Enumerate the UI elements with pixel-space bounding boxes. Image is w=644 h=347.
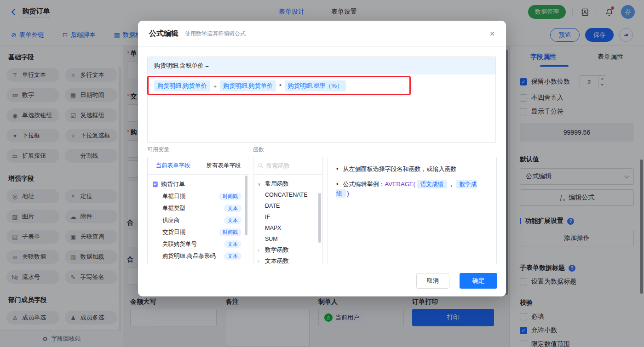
help-function-close: ): [347, 190, 349, 197]
variables-label: 可用变量: [147, 146, 169, 154]
variable-name: 单据类型: [162, 205, 224, 212]
help-example-prefix: 公式编辑举例：: [343, 181, 385, 188]
variable-name: 关联购货单号: [162, 240, 224, 248]
function-item[interactable]: CONCATENATE: [253, 189, 322, 200]
variables-tabs: 当前表单字段所有表单字段: [148, 157, 249, 175]
help-tip-2: •公式编辑举例：AVERAGE(语文成绩，数学成绩): [336, 180, 488, 198]
variables-list: 购货订单 单据日期时间戳单据类型文本供应商文本交货日期时间戳关联购货单号文本购货…: [148, 175, 249, 262]
variable-row[interactable]: 供应商文本: [152, 214, 247, 226]
function-item[interactable]: DATE: [253, 200, 322, 211]
function-group[interactable]: ›文本函数: [253, 256, 322, 264]
function-item[interactable]: IF: [253, 211, 322, 222]
modal-header: 公式编辑 使用数学运算符编辑公式 ×: [138, 21, 506, 47]
variables-tab-0[interactable]: 当前表单字段: [148, 157, 198, 174]
formula-operator: +: [213, 83, 217, 90]
variables-root-row[interactable]: 购货订单: [152, 178, 247, 190]
form-file-icon: [152, 181, 158, 188]
function-search-input[interactable]: [266, 162, 318, 169]
cancel-button[interactable]: 取消: [416, 273, 449, 289]
help-comma: ，: [448, 181, 454, 188]
function-search: [253, 157, 322, 175]
formula-field-token[interactable]: 购货明细.购货单价: [220, 80, 276, 91]
caret-right-icon: ›: [258, 259, 262, 264]
variable-name: 交货日期: [162, 228, 219, 236]
app-window: 购货订单 表单设计表单设置 数据管理 存 ⊘表单外链⊡后端脚本▥数据权限 预览 …: [0, 0, 644, 347]
function-group-name: 常用函数: [265, 180, 289, 188]
variable-name: 供应商: [162, 216, 224, 224]
caret-down-icon: ∨: [258, 182, 262, 187]
variable-type-badge: 时间戳: [219, 228, 242, 236]
modal-title: 公式编辑: [149, 29, 178, 39]
help-tip-1-text: 从左侧面板选择字段名和函数，或输入函数: [343, 165, 457, 172]
variable-type-badge: 文本: [224, 240, 242, 248]
function-item[interactable]: SUM: [253, 233, 322, 245]
functions-scrollbar[interactable]: [318, 193, 321, 243]
help-tip-1: •从左侧面板选择字段名和函数，或输入函数: [336, 165, 488, 174]
bullet: •: [336, 181, 339, 188]
variable-type-badge: 文本: [224, 252, 242, 260]
function-group-name: 文本函数: [265, 257, 289, 264]
search-icon: [258, 163, 263, 169]
help-field-chip: 语文成绩: [417, 180, 447, 188]
help-function-name: AVERAGE(: [385, 181, 415, 188]
variable-row[interactable]: 单据日期时间戳: [152, 190, 247, 202]
confirm-button[interactable]: 确定: [460, 273, 497, 289]
variable-row[interactable]: 单据类型文本: [152, 202, 247, 214]
function-group-name: 数学函数: [265, 246, 289, 254]
variables-panel: 当前表单字段所有表单字段 购货订单 单据日期时间戳单据类型文本供应商文本交货日期…: [147, 157, 249, 264]
formula-field-token[interactable]: 购货明细.税率（%）: [285, 80, 346, 91]
formula-expression[interactable]: 购货明细.购货单价+购货明细.购货单价*购货明细.税率（%）: [148, 74, 495, 97]
variables-tab-1[interactable]: 所有表单字段: [198, 157, 249, 174]
variable-type-badge: 文本: [224, 216, 242, 224]
functions-label: 函数: [253, 146, 264, 154]
formula-target: 购货明细.含税单价 =: [148, 57, 495, 74]
formula-editor-box: 购货明细.含税单价 = 购货明细.购货单价+购货明细.购货单价*购货明细.税率（…: [147, 57, 496, 143]
functions-panel: ∨常用函数CONCATENATEDATEIFMAPXSUM›数学函数›文本函数: [253, 157, 323, 264]
caret-right-icon: ›: [258, 248, 262, 253]
formula-field-token[interactable]: 购货明细.购货单价: [154, 80, 210, 91]
variable-name: 单据日期: [162, 193, 219, 200]
variable-row[interactable]: 关联购货单号文本: [152, 238, 247, 250]
variable-row[interactable]: 交货日期时间戳: [152, 226, 247, 238]
close-icon[interactable]: ×: [489, 29, 495, 38]
bullet: •: [336, 165, 339, 172]
function-group[interactable]: ›数学函数: [253, 245, 322, 256]
function-list: ∨常用函数CONCATENATEDATEIFMAPXSUM›数学函数›文本函数: [253, 175, 322, 264]
variable-name: 购货明细.商品条形码: [162, 252, 224, 260]
variable-row[interactable]: 购货明细.商品条形码文本: [152, 250, 247, 262]
function-group[interactable]: ∨常用函数: [253, 178, 322, 189]
variables-scrollbar[interactable]: [245, 176, 247, 235]
variables-root-label: 购货订单: [161, 180, 185, 188]
variables-rows: 单据日期时间戳单据类型文本供应商文本交货日期时间戳关联购货单号文本购货明细.商品…: [152, 190, 247, 262]
variable-type-badge: 文本: [224, 205, 242, 212]
formula-help-panel: •从左侧面板选择字段名和函数，或输入函数 •公式编辑举例：AVERAGE(语文成…: [328, 157, 497, 264]
variable-type-badge: 时间戳: [219, 193, 242, 200]
formula-editor-modal: 公式编辑 使用数学运算符编辑公式 × 购货明细.含税单价 = 购货明细.购货单价…: [138, 21, 506, 296]
modal-subtitle: 使用数学运算符编辑公式: [185, 30, 246, 38]
function-item[interactable]: MAPX: [253, 222, 322, 233]
formula-operator: *: [279, 83, 282, 90]
